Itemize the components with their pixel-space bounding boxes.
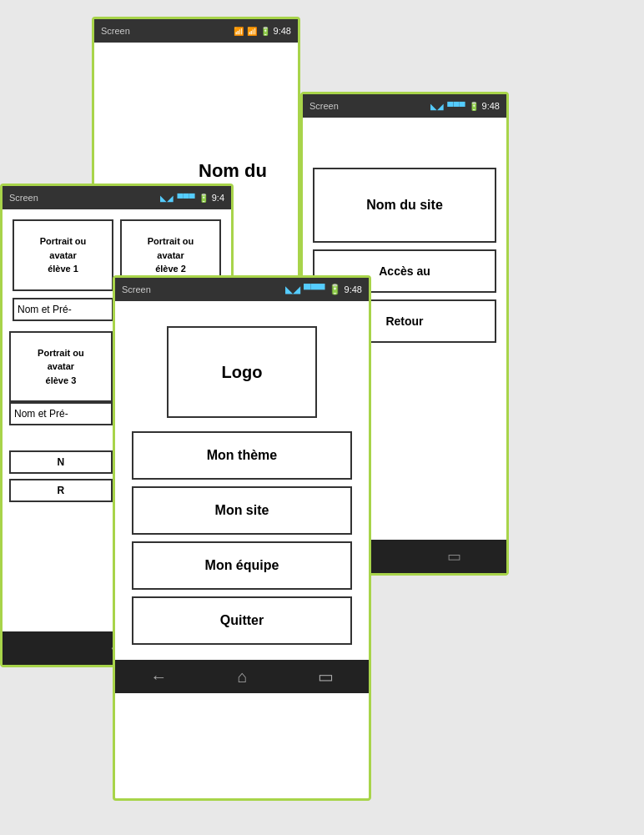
- student-avatar-3-wrap: Portrait ouavatarélève 3 Nom et Pré-: [9, 331, 113, 426]
- recent-nav-icon-4[interactable]: ▭: [318, 666, 334, 687]
- nom-du-partial-text: Nom du: [199, 160, 267, 182]
- home-nav-icon-4[interactable]: ⌂: [237, 667, 247, 687]
- nav-bar-4: ← ⌂ ▭: [115, 660, 369, 693]
- student-avatar-1[interactable]: Portrait ouavatarélève 1: [13, 219, 113, 291]
- status-icons-3: ◣◢ ▀▀▀ 🔋 9:4: [160, 193, 224, 203]
- wifi-icon-3: ◣◢: [160, 194, 174, 203]
- logo-box: Logo: [167, 326, 317, 418]
- time-4: 9:48: [345, 284, 362, 294]
- time-1: 9:48: [274, 26, 291, 36]
- partial-btn-1[interactable]: N: [9, 450, 113, 474]
- student-name-1: Nom et Pré-: [13, 298, 113, 321]
- logo-text: Logo: [222, 363, 263, 382]
- status-bar-2: Screen ◣◢ ▀▀▀ 🔋 9:48: [303, 94, 506, 118]
- mon-site-button[interactable]: Mon site: [132, 486, 352, 535]
- status-bar-1: Screen 📶 📶 🔋 9:48: [94, 19, 298, 43]
- quitter-button[interactable]: Quitter: [132, 596, 352, 645]
- screen-label-2: Screen: [309, 101, 339, 111]
- mon-equipe-button[interactable]: Mon équipe: [132, 541, 352, 590]
- wifi-icon-2: ◣◢: [430, 102, 444, 111]
- phone-frame-4: Screen ◣◢ ▀▀▀ 🔋 9:48 Logo Mon thème Mon …: [113, 275, 371, 801]
- screen-label-3: Screen: [9, 193, 38, 203]
- student-name-3: Nom et Pré-: [9, 402, 113, 425]
- recent-nav-icon-2[interactable]: ▭: [447, 547, 461, 566]
- wifi-icon-1: 📶: [234, 27, 244, 36]
- battery-icon-3: 🔋: [199, 194, 209, 203]
- signal-icon-2: ▀▀▀: [447, 102, 465, 111]
- status-bar-4: Screen ◣◢ ▀▀▀ 🔋 9:48: [115, 278, 369, 301]
- screen-label-4: Screen: [122, 284, 151, 294]
- battery-icon-2: 🔋: [469, 102, 479, 111]
- time-2: 9:48: [482, 101, 500, 111]
- battery-icon-4: 🔋: [329, 284, 341, 295]
- wifi-icon-4: ◣◢: [285, 284, 300, 295]
- status-icons-2: ◣◢ ▀▀▀ 🔋 9:48: [430, 101, 500, 111]
- back-nav-icon-4[interactable]: ←: [150, 667, 167, 687]
- battery-icon-1: 🔋: [260, 27, 270, 36]
- status-bar-3: Screen ◣◢ ▀▀▀ 🔋 9:4: [3, 186, 231, 209]
- signal-icon-1: 📶: [247, 27, 257, 36]
- signal-icon-4: ▀▀▀: [304, 284, 325, 295]
- student-avatar-3[interactable]: Portrait ouavatarélève 3: [9, 331, 113, 403]
- status-icons-1: 📶 📶 🔋 9:48: [234, 26, 291, 36]
- time-3: 9:4: [212, 193, 224, 203]
- mon-theme-button[interactable]: Mon thème: [132, 431, 352, 480]
- main-screen-content: Logo Mon thème Mon site Mon équipe Quitt…: [115, 301, 369, 660]
- status-icons-4: ◣◢ ▀▀▀ 🔋 9:48: [285, 284, 362, 295]
- partial-btn-retour[interactable]: R: [9, 479, 113, 502]
- screen-label-1: Screen: [101, 26, 130, 36]
- nom-du-site-button[interactable]: Nom du site: [313, 168, 496, 243]
- signal-icon-3: ▀▀▀: [177, 194, 194, 203]
